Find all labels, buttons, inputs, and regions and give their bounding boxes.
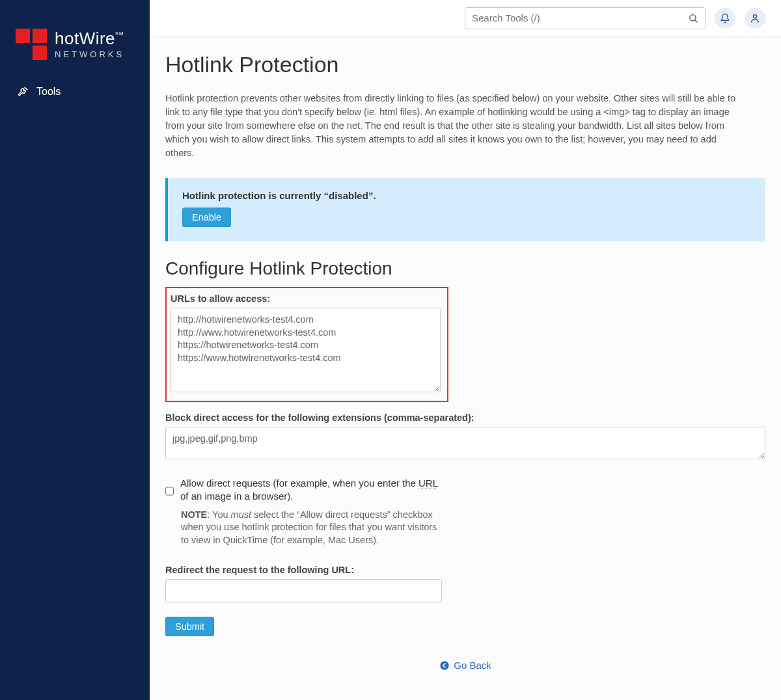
logo-mark bbox=[16, 29, 47, 60]
search-field[interactable] bbox=[465, 7, 706, 29]
sidebar-item-tools[interactable]: Tools bbox=[0, 79, 150, 104]
allow-text-pre: Allow direct requests (for example, when… bbox=[180, 478, 418, 489]
allow-text-post: of an image in a browser). bbox=[180, 491, 293, 502]
go-back-label: Go Back bbox=[454, 660, 491, 671]
url-abbr: URL bbox=[418, 478, 437, 489]
go-back-link[interactable]: Go Back bbox=[439, 660, 491, 671]
status-infobox: Hotlink protection is currently “disable… bbox=[165, 178, 765, 241]
enable-button[interactable]: Enable bbox=[182, 208, 231, 227]
brand-logo: hotWireSM NETWORKS bbox=[0, 13, 150, 79]
brand-sub: NETWORKS bbox=[55, 49, 124, 59]
topbar bbox=[150, 0, 781, 36]
redirect-label: Redirect the request to the following UR… bbox=[165, 565, 765, 575]
submit-button[interactable]: Submit bbox=[165, 617, 214, 636]
extensions-label: Block direct access for the following ex… bbox=[165, 412, 765, 423]
arrow-left-circle-icon bbox=[439, 660, 450, 671]
note-sep: : You bbox=[207, 509, 230, 520]
brand-sm: SM bbox=[115, 31, 124, 36]
svg-line-1 bbox=[695, 20, 697, 22]
footer: cPanel 104.0.5 Home Trademarks Privacy P… bbox=[150, 693, 781, 700]
page-description: Hotlink protection prevents other websit… bbox=[165, 92, 738, 160]
sidebar: hotWireSM NETWORKS Tools bbox=[0, 0, 150, 700]
search-input[interactable] bbox=[472, 12, 688, 23]
svg-point-3 bbox=[440, 662, 448, 670]
search-icon bbox=[688, 13, 698, 23]
notifications-button[interactable] bbox=[715, 8, 735, 29]
svg-point-2 bbox=[753, 14, 756, 18]
tools-icon bbox=[17, 86, 29, 98]
note-must: must bbox=[231, 509, 251, 520]
note-block: NOTE: You must select the “Allow direct … bbox=[181, 509, 441, 547]
urls-label: URLs to allow access: bbox=[171, 293, 441, 304]
status-text: Hotlink protection is currently “disable… bbox=[182, 190, 751, 201]
extensions-textarea[interactable] bbox=[165, 427, 765, 459]
allow-direct-checkbox[interactable] bbox=[165, 479, 174, 504]
urls-textarea[interactable] bbox=[171, 308, 441, 392]
brand-name: hotWire bbox=[55, 29, 115, 48]
note-label: NOTE bbox=[181, 509, 207, 520]
account-button[interactable] bbox=[745, 8, 765, 29]
user-icon bbox=[750, 13, 760, 23]
page-title: Hotlink Protection bbox=[165, 52, 765, 77]
content-area: Hotlink Protection Hotlink protection pr… bbox=[150, 36, 781, 693]
allow-direct-label: Allow direct requests (for example, when… bbox=[180, 477, 442, 504]
bell-icon bbox=[720, 13, 730, 23]
sidebar-item-label: Tools bbox=[36, 86, 61, 98]
configure-title: Configure Hotlink Protection bbox=[165, 258, 765, 279]
redirect-input[interactable] bbox=[165, 579, 442, 602]
urls-highlight: URLs to allow access: bbox=[165, 287, 448, 402]
